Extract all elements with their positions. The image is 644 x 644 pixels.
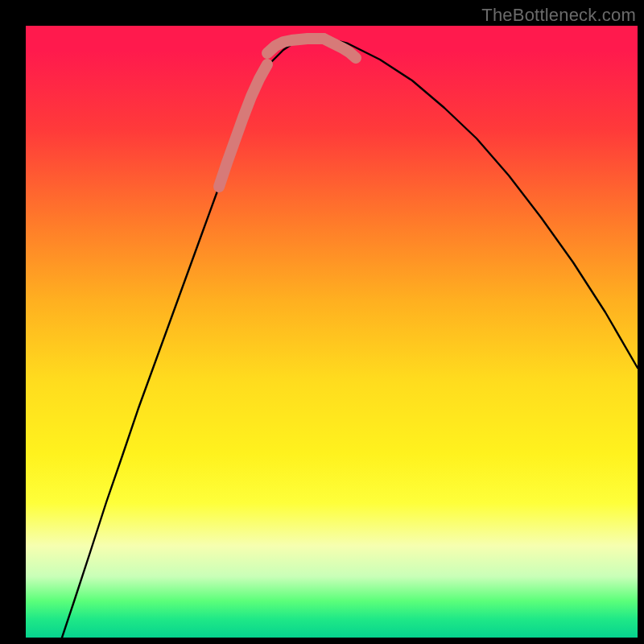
watermark-text: TheBottleneck.com [481,5,636,26]
v-curve [62,38,638,638]
highlight-left [219,64,267,187]
curve-svg [26,26,638,638]
plot-area [26,26,638,638]
highlight-right [324,39,356,58]
chart-frame: TheBottleneck.com [0,0,644,644]
highlight-valley [267,39,324,53]
